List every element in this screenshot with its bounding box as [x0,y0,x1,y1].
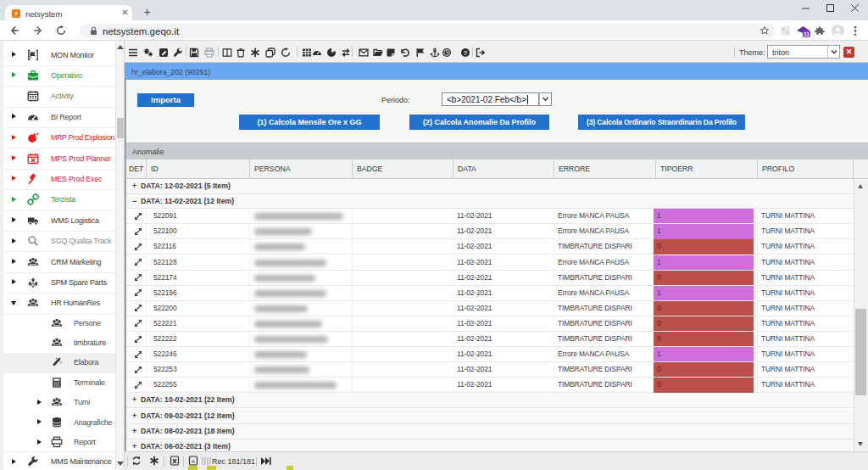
svg-text:11: 11 [804,31,810,37]
svg-text:?: ? [464,49,468,57]
svg-text:A: A [192,459,195,464]
